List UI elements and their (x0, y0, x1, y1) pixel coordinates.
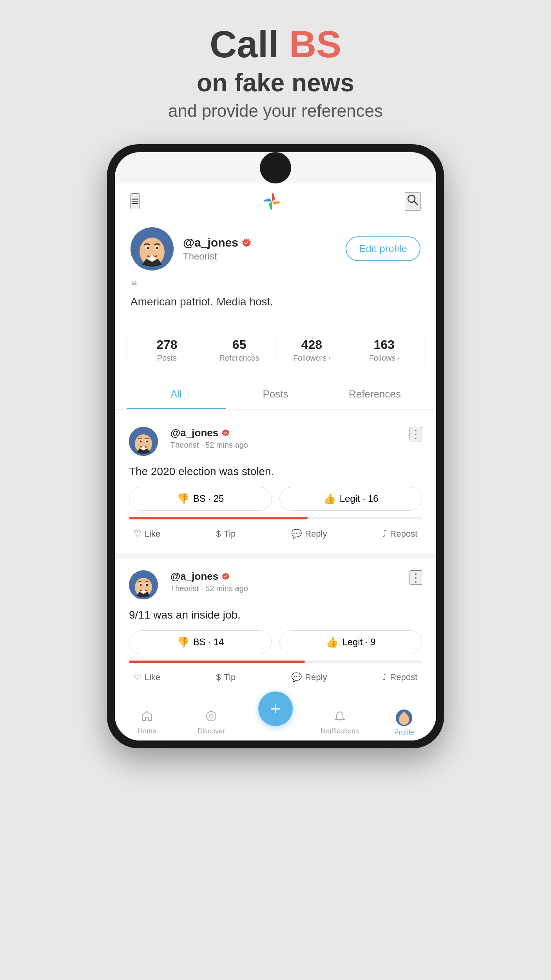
logo-icon (262, 191, 282, 212)
post-badge-icon-1 (221, 428, 230, 437)
profile-top: @a_jones Theorist Edit profile (130, 227, 420, 270)
legit-vote-button-1[interactable]: 👍 Legit · 16 (279, 487, 422, 511)
post-header-2: @a_jones Theorist · 52 mins ago ⋮ (129, 570, 422, 599)
bell-icon (334, 710, 346, 725)
headline-subtext: and provide your references (168, 101, 383, 121)
post-content-2: 9/11 was an inside job. (129, 607, 422, 622)
post-avatar-2 (129, 570, 158, 599)
post-more-button-2[interactable]: ⋮ (410, 570, 422, 585)
svg-point-12 (140, 440, 142, 442)
stats-row: 278 Posts 65 References 428 Followers › … (127, 328, 424, 372)
tabs-row: All Posts References (115, 380, 436, 410)
svg-point-13 (146, 440, 148, 442)
like-button-1[interactable]: ♡ Like (129, 526, 165, 542)
avatar (130, 227, 174, 270)
stat-posts-number: 278 (131, 338, 203, 352)
reply-icon-2: 💬 (291, 672, 302, 682)
verified-badge-icon (241, 238, 252, 248)
legit-label-2: Legit · 9 (342, 637, 375, 648)
stat-follows-label: Follows › (348, 354, 420, 363)
stat-followers[interactable]: 428 Followers › (276, 338, 348, 363)
post-username-1: @a_jones (170, 427, 218, 439)
progress-fill-2 (129, 661, 305, 663)
tip-button-1[interactable]: $ Tip (211, 526, 240, 542)
post-badge-icon-2 (221, 572, 230, 581)
nav-notifications[interactable]: Notifications (308, 710, 372, 735)
reply-icon-1: 💬 (291, 529, 302, 539)
bs-icon-1: 👎 (177, 493, 189, 505)
tip-button-2[interactable]: $ Tip (211, 669, 240, 686)
reply-button-2[interactable]: 💬 Reply (286, 669, 332, 686)
nav-home-label: Home (138, 727, 156, 735)
tab-references[interactable]: References (325, 380, 424, 409)
nav-discover[interactable]: Discover (179, 710, 243, 735)
headline-call: Call (210, 23, 289, 65)
progress-bar-1 (129, 517, 422, 519)
repost-icon-1: ⤴ (382, 529, 387, 539)
stat-followers-number: 428 (276, 338, 348, 352)
nav-profile[interactable]: Profile (372, 710, 436, 737)
tab-all[interactable]: All (127, 380, 226, 409)
nav-home[interactable]: Home (115, 710, 179, 735)
stat-follows[interactable]: 163 Follows › (348, 338, 420, 363)
svg-point-19 (146, 584, 148, 586)
action-row-1: ♡ Like $ Tip 💬 Reply ⤴ (129, 526, 422, 542)
feed: @a_jones Theorist · 52 mins ago ⋮ (115, 416, 436, 697)
stat-references[interactable]: 65 References (203, 338, 276, 363)
svg-point-21 (209, 714, 213, 718)
app-content: ≡ (115, 183, 436, 740)
tip-icon-2: $ (216, 672, 221, 682)
post-header-1: @a_jones Theorist · 52 mins ago ⋮ (129, 427, 422, 456)
edit-profile-button[interactable]: Edit profile (346, 236, 420, 261)
svg-point-20 (207, 711, 216, 721)
page-header: Call BS on fake news and provide your re… (168, 24, 383, 121)
post-username-2: @a_jones (170, 570, 218, 583)
stat-followers-label: Followers › (276, 354, 348, 363)
phone-frame: ≡ (107, 144, 444, 748)
vote-row-2: 👎 BS · 14 👍 Legit · 9 (129, 630, 422, 654)
svg-point-6 (147, 247, 149, 249)
bs-icon-2: 👎 (177, 636, 189, 648)
fab-button[interactable]: + (258, 691, 293, 726)
post-avatar-1 (129, 427, 158, 456)
nav-profile-avatar (396, 710, 412, 726)
top-nav: ≡ (115, 183, 436, 220)
bs-vote-button-1[interactable]: 👎 BS · 25 (129, 487, 272, 511)
phone-notch (260, 152, 291, 183)
legit-vote-button-2[interactable]: 👍 Legit · 9 (279, 630, 422, 654)
bio-section: ❝ American patriot. Media host. (130, 278, 420, 308)
svg-point-7 (156, 247, 158, 249)
post-more-button-1[interactable]: ⋮ (410, 427, 422, 441)
user-role: Theorist (183, 251, 252, 262)
legit-icon-1: 👍 (323, 493, 336, 505)
nav-profile-label: Profile (394, 728, 414, 737)
bs-vote-button-2[interactable]: 👎 BS · 14 (129, 630, 272, 654)
app-logo (262, 191, 282, 212)
discover-icon (205, 710, 217, 725)
search-button[interactable] (405, 192, 420, 211)
post-username-row-1: @a_jones (170, 427, 248, 439)
svg-point-18 (140, 584, 142, 586)
nav-discover-label: Discover (198, 727, 225, 735)
headline-subtitle: on fake news (168, 68, 383, 97)
post-card-2: @a_jones Theorist · 52 mins ago ⋮ (115, 559, 436, 697)
post-username-row-2: @a_jones (170, 570, 248, 583)
post-card-1: @a_jones Theorist · 52 mins ago ⋮ (115, 416, 436, 553)
headline-bs: BS (289, 23, 341, 65)
repost-button-2[interactable]: ⤴ Repost (378, 669, 422, 686)
post-meta-2: Theorist · 52 mins ago (170, 584, 248, 593)
repost-button-1[interactable]: ⤴ Repost (378, 526, 422, 542)
stat-references-label: References (203, 354, 276, 363)
username: @a_jones (183, 236, 238, 249)
stat-posts[interactable]: 278 Posts (131, 338, 203, 363)
progress-fill-1 (129, 517, 308, 519)
nav-notifications-label: Notifications (321, 727, 359, 735)
heart-icon-1: ♡ (134, 529, 141, 539)
stat-references-number: 65 (203, 338, 276, 352)
post-author-info-2: @a_jones Theorist · 52 mins ago (170, 570, 248, 593)
hamburger-button[interactable]: ≡ (130, 193, 140, 209)
like-button-2[interactable]: ♡ Like (129, 669, 165, 686)
tab-posts[interactable]: Posts (226, 380, 325, 409)
reply-button-1[interactable]: 💬 Reply (286, 526, 332, 542)
heart-icon-2: ♡ (134, 672, 141, 682)
